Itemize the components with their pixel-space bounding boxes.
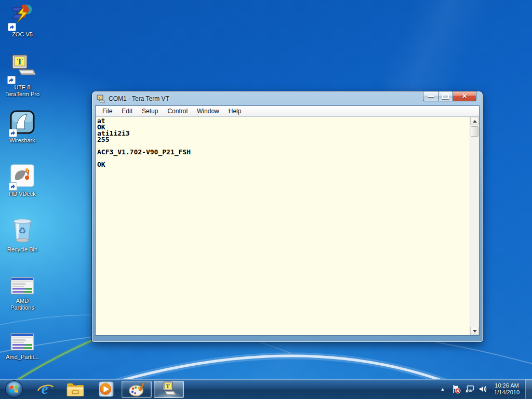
media-player-icon (97, 380, 114, 398)
start-button[interactable] (4, 379, 24, 399)
scrollbar-thumb[interactable] (471, 126, 478, 137)
menu-window[interactable]: Window (192, 107, 224, 116)
svg-text:VT: VT (98, 96, 102, 99)
paint-icon (128, 381, 145, 397)
show-desktop-button[interactable] (525, 379, 532, 399)
wireshark-icon (10, 110, 35, 136)
shortcut-arrow-icon (7, 76, 16, 84)
partitions-screenshot-icon (10, 277, 34, 297)
menu-edit[interactable]: Edit (117, 107, 137, 116)
chevron-up-icon: ▲ (441, 387, 445, 392)
menu-help[interactable]: Help (224, 107, 246, 116)
menu-control[interactable]: Control (163, 107, 192, 116)
menu-setup[interactable]: Setup (137, 107, 163, 116)
action-center-icon[interactable] (451, 384, 461, 394)
desktop-icon-wireshark[interactable]: Wireshark (0, 110, 45, 144)
clock-time: 10:26 AM (494, 382, 520, 389)
terminal-output: at OK ati1i2i3 255 ACF3_V1.702-V90_P21_F… (97, 118, 191, 168)
network-icon[interactable] (465, 384, 474, 394)
scroll-up-button[interactable] (470, 117, 479, 125)
titlebar[interactable]: VT COM1 - Tera Term VT ✕ (95, 91, 480, 105)
scroll-down-button[interactable] (470, 327, 479, 335)
window-icon: VT (96, 95, 105, 103)
teraterm-icon: T (8, 54, 36, 83)
desktop-icon-recycle-bin[interactable]: ♻ Recycle Bin (0, 216, 45, 253)
taskbar-item-paint[interactable] (122, 381, 152, 398)
shortcut-arrow-icon (8, 23, 16, 31)
zoc-icon (9, 3, 36, 30)
recycle-bin-icon: ♻ (10, 216, 35, 245)
menu-file[interactable]: File (98, 107, 117, 116)
menu-bar: File Edit Setup Control Window Help (96, 106, 479, 117)
clock-date: 1/14/2010 (494, 389, 520, 396)
close-button[interactable]: ✕ (453, 91, 476, 101)
maximize-icon (442, 94, 449, 99)
internet-explorer-icon: e (36, 380, 54, 398)
terminal-screen[interactable]: at OK ati1i2i3 255 ACF3_V1.702-V90_P21_F… (96, 117, 479, 335)
vertical-scrollbar[interactable] (470, 117, 479, 335)
desktop-icon-label: Recycle Bin (0, 246, 45, 253)
teraterm-icon: T (160, 381, 178, 397)
taskbar-item-internet-explorer[interactable]: e (31, 380, 60, 398)
desktop-icon-amd-partitions[interactable]: AMDPartitions (0, 277, 45, 311)
svg-text:T: T (17, 57, 23, 66)
desktop-icon-label: HD VDeck (0, 191, 45, 197)
arrow-up-icon (473, 120, 477, 123)
volume-icon[interactable] (478, 384, 488, 394)
desktop-icon-label: Amd_Partit... (0, 354, 45, 361)
svg-text:e: e (42, 380, 48, 397)
desktop-icon-label: Wireshark (0, 137, 45, 144)
desktop-icon-label: UTF-8TeraTerm Pro (0, 84, 45, 98)
hd-vdeck-icon (10, 164, 35, 190)
taskbar-item-teraterm[interactable]: T (154, 381, 184, 398)
shortcut-arrow-icon (9, 129, 17, 137)
arrow-down-icon (473, 330, 477, 332)
minimize-icon (428, 96, 434, 97)
show-hidden-icons-button[interactable]: ▲ (438, 384, 447, 394)
taskbar-item-media-player[interactable] (91, 380, 120, 398)
svg-text:T: T (166, 383, 170, 389)
desktop-icon-label: ZOC V5 (0, 31, 45, 38)
svg-text:♻: ♻ (18, 226, 26, 236)
folder-icon (66, 381, 85, 397)
window-title: COM1 - Tera Term VT (109, 95, 169, 102)
taskbar: e (0, 379, 532, 399)
taskbar-clock[interactable]: 10:26 AM 1/14/2010 (494, 382, 520, 396)
desktop-icon-label: AMDPartitions (0, 298, 45, 311)
close-icon: ✕ (462, 93, 467, 99)
taskbar-item-windows-explorer[interactable] (61, 380, 90, 398)
teraterm-window: VT COM1 - Tera Term VT ✕ File Edit Setup… (92, 91, 483, 342)
shortcut-arrow-icon (9, 182, 17, 191)
desktop-icon-amd-partit[interactable]: Amd_Partit... (0, 333, 45, 361)
desktop-icon-teraterm[interactable]: T UTF-8TeraTerm Pro (0, 54, 45, 98)
desktop-icon-zoc-v5[interactable]: ZOC V5 (0, 3, 45, 38)
partitions-screenshot-icon (10, 333, 34, 353)
desktop-icon-hd-vdeck[interactable]: HD VDeck (0, 164, 45, 197)
maximize-button[interactable] (438, 91, 453, 101)
minimize-button[interactable] (423, 91, 438, 101)
